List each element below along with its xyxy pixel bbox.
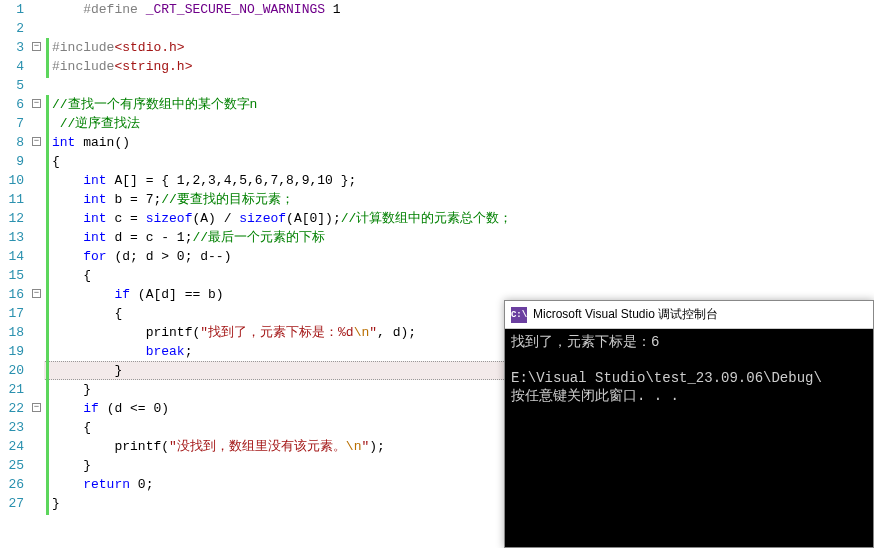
debug-console-window[interactable]: C:\ Microsoft Visual Studio 调试控制台 找到了，元素… <box>504 300 874 548</box>
line-number: 11 <box>0 190 24 209</box>
code-text: (A) / <box>192 211 239 226</box>
keyword: break <box>146 344 185 359</box>
code-text: (d <= 0) <box>99 401 169 416</box>
include-file: <stdio.h> <box>114 40 184 55</box>
line-number: 2 <box>0 19 24 38</box>
line-number: 24 <box>0 437 24 456</box>
code-line[interactable]: #include<string.h> <box>52 57 874 76</box>
code-line[interactable] <box>52 19 874 38</box>
code-line[interactable]: int d = c - 1;//最后一个元素的下标 <box>52 228 874 247</box>
code-line[interactable]: int A[] = { 1,2,3,4,5,6,7,8,9,10 }; <box>52 171 874 190</box>
line-number: 27 <box>0 494 24 513</box>
string-literal: "找到了，元素下标是：%d <box>200 325 353 340</box>
line-number: 7 <box>0 114 24 133</box>
line-number: 20 <box>0 361 24 380</box>
code-text: , d); <box>377 325 416 340</box>
code-line[interactable]: int c = sizeof(A) / sizeof(A[0]);//计算数组中… <box>52 209 874 228</box>
line-number-gutter: 1234567891011121314151617181920212223242… <box>0 0 32 548</box>
console-output[interactable]: 找到了，元素下标是：6 E:\Visual Studio\test_23.09.… <box>505 329 873 409</box>
macro-name: _CRT_SECURE_NO_WARNINGS <box>138 2 325 17</box>
keyword: if <box>83 401 99 416</box>
paren: ( <box>161 439 169 454</box>
brace: } <box>83 458 91 473</box>
line-number: 18 <box>0 323 24 342</box>
code-line[interactable]: for (d; d > 0; d--) <box>52 247 874 266</box>
line-number: 6 <box>0 95 24 114</box>
line-number: 3 <box>0 38 24 57</box>
line-number: 16 <box>0 285 24 304</box>
brace: } <box>52 496 60 511</box>
keyword: if <box>114 287 130 302</box>
code-text: (d; d > 0; d--) <box>107 249 232 264</box>
line-number: 10 <box>0 171 24 190</box>
line-number: 4 <box>0 57 24 76</box>
line-number: 21 <box>0 380 24 399</box>
keyword: int <box>52 135 75 150</box>
fold-toggle-icon[interactable]: − <box>32 137 41 146</box>
code-text: (A[d] == b) <box>130 287 224 302</box>
console-icon: C:\ <box>511 307 527 323</box>
comment: //查找一个有序数组中的某个数字n <box>52 97 257 112</box>
line-number: 22 <box>0 399 24 418</box>
console-line: 按任意键关闭此窗口. . . <box>511 388 679 404</box>
code-line[interactable]: #define _CRT_SECURE_NO_WARNINGS 1 <box>52 0 874 19</box>
code-line[interactable]: int b = 7;//要查找的目标元素； <box>52 190 874 209</box>
keyword: int <box>83 230 106 245</box>
line-number: 26 <box>0 475 24 494</box>
code-text: d = c - 1; <box>107 230 193 245</box>
function-name: main() <box>75 135 130 150</box>
string-literal: " <box>369 325 377 340</box>
console-titlebar[interactable]: C:\ Microsoft Visual Studio 调试控制台 <box>505 301 873 329</box>
comment: //计算数组中的元素总个数； <box>341 211 513 226</box>
code-text: b = 7; <box>107 192 162 207</box>
line-number: 5 <box>0 76 24 95</box>
code-line[interactable]: int main() <box>52 133 874 152</box>
line-number: 23 <box>0 418 24 437</box>
line-number: 1 <box>0 0 24 19</box>
keyword: sizeof <box>146 211 193 226</box>
code-line[interactable]: { <box>52 152 874 171</box>
brace: { <box>52 154 60 169</box>
fold-toggle-icon[interactable]: − <box>32 99 41 108</box>
fold-toggle-icon[interactable]: − <box>32 403 41 412</box>
line-number: 12 <box>0 209 24 228</box>
code-text: c = <box>107 211 146 226</box>
keyword: int <box>83 211 106 226</box>
string-literal: "没找到，数组里没有该元素。 <box>169 439 346 454</box>
preprocessor: #define <box>83 2 138 17</box>
change-indicator <box>46 95 49 515</box>
escape-sequence: \n <box>354 325 370 340</box>
code-line[interactable]: #include<stdio.h> <box>52 38 874 57</box>
code-line[interactable]: //逆序查找法 <box>52 114 874 133</box>
line-number: 9 <box>0 152 24 171</box>
keyword: int <box>83 173 106 188</box>
function-call: printf <box>146 325 193 340</box>
code-line[interactable] <box>52 76 874 95</box>
comment: //要查找的目标元素； <box>161 192 294 207</box>
code-text: ; <box>185 344 193 359</box>
line-number: 14 <box>0 247 24 266</box>
code-text: (A[0]); <box>286 211 341 226</box>
line-number: 8 <box>0 133 24 152</box>
fold-toggle-icon[interactable]: − <box>32 289 41 298</box>
code-text: A[] = { 1,2,3,4,5,6,7,8,9,10 }; <box>107 173 357 188</box>
code-line[interactable]: { <box>52 266 874 285</box>
keyword: int <box>83 192 106 207</box>
brace: { <box>83 420 91 435</box>
code-text: ); <box>369 439 385 454</box>
fold-toggle-icon[interactable]: − <box>32 42 41 51</box>
console-line: 找到了，元素下标是：6 <box>511 334 659 350</box>
line-number: 19 <box>0 342 24 361</box>
fold-column: −−−−− <box>32 0 44 548</box>
keyword: for <box>83 249 106 264</box>
brace: } <box>83 382 91 397</box>
function-call: printf <box>114 439 161 454</box>
console-line: E:\Visual Studio\test_23.09.06\Debug\ <box>511 370 822 386</box>
escape-sequence: \n <box>346 439 362 454</box>
preprocessor: #include <box>52 40 114 55</box>
line-number: 13 <box>0 228 24 247</box>
code-line[interactable]: //查找一个有序数组中的某个数字n <box>52 95 874 114</box>
brace: { <box>83 268 91 283</box>
brace: { <box>114 306 122 321</box>
change-indicator <box>46 38 49 78</box>
